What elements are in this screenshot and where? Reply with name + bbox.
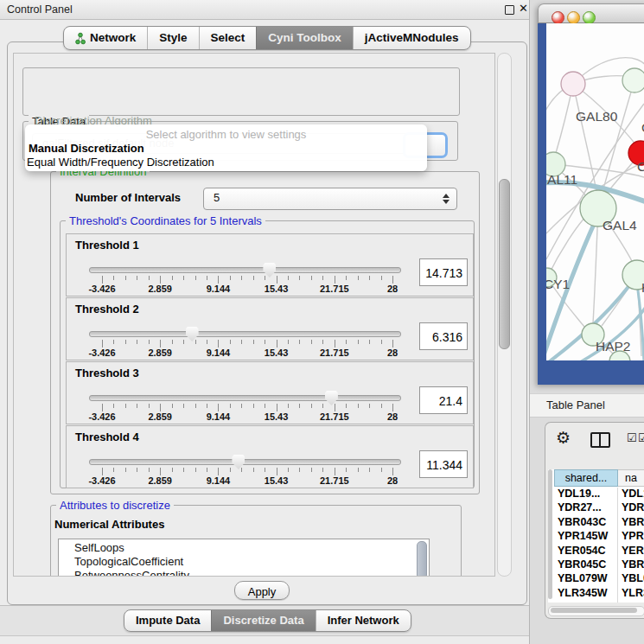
column-header-name[interactable]: na	[618, 469, 644, 487]
tab-cyni-toolbox[interactable]: Cyni Toolbox	[256, 27, 353, 49]
threshold-value-field[interactable]: 21.4	[419, 386, 468, 414]
network-icon	[75, 32, 86, 45]
vertical-scrollbar[interactable]	[497, 53, 512, 577]
cell-shared-name[interactable]: YBR043C	[554, 516, 618, 530]
node-label: HAP2	[596, 339, 631, 354]
node-label: C	[637, 159, 644, 174]
cell-name[interactable]: YPR1	[618, 530, 644, 544]
cell-shared-name[interactable]: YBR045C	[554, 558, 618, 572]
float-icon[interactable]	[505, 5, 514, 15]
tab-style[interactable]: Style	[147, 27, 198, 49]
checkbox-icon[interactable]: ☑	[627, 431, 637, 444]
attributes-scrollbar[interactable]	[417, 541, 427, 577]
cell-name[interactable]: YIL0	[618, 601, 644, 603]
split-columns-icon[interactable]	[590, 432, 610, 448]
tab-label: Cyni Toolbox	[268, 28, 341, 48]
cell-shared-name[interactable]: YBL079W	[554, 572, 618, 586]
cell-shared-name[interactable]: YDL19...	[554, 488, 618, 501]
threshold-slider-track[interactable]	[89, 331, 401, 337]
table-row[interactable]: YIL052CYIL0	[554, 601, 644, 603]
table-row[interactable]: YBR043CYBR0	[554, 516, 644, 530]
cell-shared-name[interactable]: YIL052C	[554, 601, 618, 603]
checkbox-icon[interactable]: ☑	[638, 431, 644, 444]
algorithm-popup-item-manual[interactable]: Manual Discretization	[29, 142, 144, 155]
threshold-value-field[interactable]: 11.344	[419, 450, 468, 478]
cell-shared-name[interactable]: YDR27...	[554, 501, 618, 515]
minimize-traffic-light[interactable]	[567, 11, 580, 24]
table-horizontal-scrollbar[interactable]	[548, 606, 644, 616]
node-table: shared... na YDL19...YDL1YDR27...YDR2YBR…	[548, 469, 644, 603]
tab-jactivemnodules[interactable]: jActiveMNodules	[353, 27, 470, 49]
thresholds-coordinates-title: Threshold's Coordinates for 5 Intervals	[66, 214, 265, 227]
table-row[interactable]: YPR145WYPR1	[554, 530, 644, 544]
tab-infer-network[interactable]: Infer Network	[316, 610, 411, 631]
column-header-shared-name[interactable]: shared...	[554, 469, 618, 487]
threshold-value-field[interactable]: 14.713	[419, 258, 468, 286]
tab-impute-data[interactable]: Impute Data	[124, 610, 211, 631]
network-view-window: GAL80GACGAL11GAL4GCY1HHAP2	[538, 3, 644, 385]
cell-name[interactable]: YDR2	[618, 501, 644, 515]
attribute-item[interactable]: TopologicalCoefficient	[74, 555, 429, 569]
cell-shared-name[interactable]: YPR145W	[554, 530, 618, 544]
zoom-traffic-light[interactable]	[583, 11, 596, 24]
threshold-slider-track[interactable]	[89, 267, 401, 273]
network-node[interactable]	[561, 72, 585, 96]
tab-label: Select	[211, 28, 245, 48]
tab-network[interactable]: Network	[64, 27, 147, 49]
cell-shared-name[interactable]: YLR345W	[554, 587, 618, 601]
attribute-item[interactable]: SelfLoops	[74, 541, 429, 555]
table-row[interactable]: YBR045CYBR0	[554, 558, 644, 572]
cell-shared-name[interactable]: YER054C	[554, 545, 618, 558]
threshold-label: Threshold 2	[75, 303, 139, 316]
thresholds-coordinates-group: Threshold's Coordinates for 5 Intervals …	[60, 220, 475, 488]
table-panel-header: Table Panel	[530, 393, 644, 418]
application: Control Panel ✕ NetworkStyleSelectCyni T…	[0, 0, 644, 644]
network-node[interactable]	[622, 68, 644, 92]
network-window-body: GAL80GACGAL11GAL4GCY1HHAP2	[538, 23, 644, 385]
control-panel: Control Panel ✕ NetworkStyleSelectCyni T…	[0, 0, 530, 644]
cell-name[interactable]: YBR0	[618, 558, 644, 572]
number-of-intervals-combo[interactable]: 5	[203, 188, 457, 210]
threshold-slider-track[interactable]	[89, 459, 401, 465]
algorithm-popup-item-equal-width[interactable]: Equal Width/Frequency Discretization	[27, 156, 214, 169]
table-row-gutter	[548, 469, 552, 599]
tab-label: Network	[90, 28, 136, 48]
node-label: GAL80	[576, 109, 618, 124]
table-body: YDL19...YDL1YDR27...YDR2YBR043CYBR0YPR14…	[554, 488, 644, 603]
tab-discretize-data[interactable]: Discretize Data	[211, 610, 315, 631]
attributes-title: Attributes to discretize	[56, 499, 174, 512]
table-row[interactable]: YDL19...YDL1	[554, 488, 644, 501]
algorithm-popup: Select algorithm to view settings Manual…	[25, 124, 427, 171]
tab-select[interactable]: Select	[199, 27, 257, 49]
vertical-scrollbar-thumb[interactable]	[499, 179, 510, 349]
content-frame: Discretization Algorithm Select algorith…	[7, 41, 527, 605]
cell-name[interactable]: YBR0	[618, 516, 644, 530]
table-panel-title: Table Panel	[546, 399, 605, 411]
table-hscroll-thumb[interactable]	[551, 608, 637, 613]
close-traffic-light[interactable]	[552, 11, 564, 24]
number-of-intervals-label: Number of Intervals	[75, 191, 181, 204]
table-row[interactable]: YER054CYER0	[554, 545, 644, 558]
table-row[interactable]: YLR345WYLR3	[554, 587, 644, 601]
settings-gear-icon[interactable]: ⚙	[556, 428, 571, 447]
close-icon[interactable]: ✕	[519, 2, 528, 15]
tab-label: Style	[159, 28, 187, 48]
cell-name[interactable]: YDL1	[618, 488, 644, 501]
cell-name[interactable]: YBL0	[618, 572, 644, 586]
attribute-item[interactable]: BetweennessCentrality	[74, 569, 429, 577]
attributes-items: SelfLoopsTopologicalCoefficientBetweenne…	[59, 539, 429, 577]
cell-name[interactable]: YLR3	[618, 587, 644, 601]
cell-name[interactable]: YER0	[618, 545, 644, 558]
slider-tick-labels: -3.4262.8599.14415.4321.71528	[67, 475, 473, 486]
threshold-slider-track[interactable]	[89, 395, 401, 401]
panel-title: Control Panel	[7, 3, 73, 16]
threshold-value-field[interactable]: 6.316	[419, 322, 468, 350]
tab-label: Impute Data	[136, 611, 200, 630]
table-row[interactable]: YDR27...YDR2	[554, 501, 644, 515]
numerical-attributes-list[interactable]: SelfLoopsTopologicalCoefficientBetweenne…	[58, 539, 430, 577]
tab-label: Infer Network	[328, 611, 399, 630]
table-header-row: shared... na	[554, 469, 644, 487]
network-canvas[interactable]: GAL80GACGAL11GAL4GCY1HHAP2	[546, 23, 644, 360]
apply-button[interactable]: Apply	[234, 581, 290, 600]
table-row[interactable]: YBL079WYBL0	[554, 572, 644, 586]
